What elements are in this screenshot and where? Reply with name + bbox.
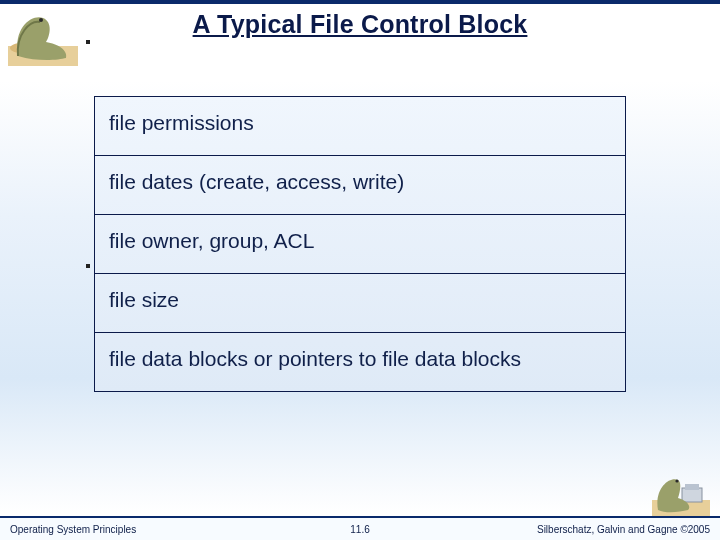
fcb-row: file owner, group, ACL xyxy=(95,215,625,274)
decorative-tick xyxy=(86,40,90,44)
slide-footer: Operating System Principles 11.6 Silbers… xyxy=(0,516,720,540)
footer-copyright: Silberschatz, Galvin and Gagne ©2005 xyxy=(537,524,710,535)
fcb-row: file size xyxy=(95,274,625,333)
top-rule xyxy=(0,0,720,4)
decorative-tick xyxy=(86,264,90,268)
slide-title: A Typical File Control Block xyxy=(0,10,720,39)
dinosaur-logo-right xyxy=(652,470,710,516)
svg-point-6 xyxy=(675,479,678,482)
footer-left-text: Operating System Principles xyxy=(10,524,136,535)
svg-rect-4 xyxy=(682,488,702,502)
fcb-row: file data blocks or pointers to file dat… xyxy=(95,333,625,391)
fcb-row: file dates (create, access, write) xyxy=(95,156,625,215)
fcb-diagram: file permissions file dates (create, acc… xyxy=(94,96,626,392)
svg-rect-5 xyxy=(685,484,699,490)
fcb-row: file permissions xyxy=(95,97,625,156)
footer-page-number: 11.6 xyxy=(350,524,369,535)
